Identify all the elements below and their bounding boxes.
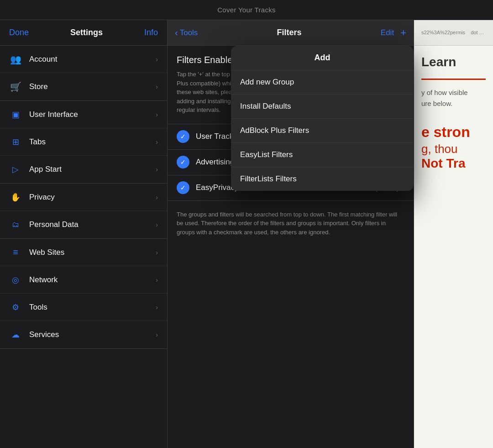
filters-title: Filters (277, 28, 302, 37)
network-chevron: › (156, 276, 158, 284)
store-icon (9, 80, 22, 93)
filter-check-user-tracking: ✓ (177, 130, 189, 143)
account-chevron: › (156, 56, 158, 63)
sidebar-item-network[interactable]: Network › (0, 266, 167, 294)
sidebar-section-3: Privacy › Personal Data › (0, 184, 167, 239)
learn-body-span-1: y of how visible (421, 89, 468, 96)
sidebar-item-tools[interactable]: Tools › (0, 294, 167, 321)
filters-actions: Edit + (381, 27, 406, 39)
sidebar-section-4: Web Sites › Network › Tools › Services › (0, 239, 167, 349)
services-label: Services (29, 330, 156, 339)
learn-heading: Learn (421, 55, 486, 69)
dropdown-header: Add (231, 46, 414, 70)
personaldata-label: Personal Data (29, 220, 156, 229)
learn-panel-body: Learn y of how visible ure below. e stro… (414, 46, 493, 180)
dropdown-item-install-defaults[interactable]: Install Defaults (231, 95, 414, 119)
sidebar-item-privacy[interactable]: Privacy › (0, 184, 167, 211)
privacy-chevron: › (156, 194, 158, 201)
learn-panel: s22%3A%22permis dot Ba oo ⟳ Learn y of h… (414, 20, 493, 448)
info-button[interactable]: Info (144, 28, 158, 37)
learn-highlight-2: g, thou (421, 142, 486, 156)
learn-panel-url: s22%3A%22permis dot Ba oo ⟳ (421, 30, 486, 36)
tools-chevron: › (156, 304, 158, 311)
learn-body-span-2: ure below. (421, 100, 452, 107)
learn-highlight-3: Not Tra (421, 156, 486, 171)
filters-plus-button[interactable]: + (400, 27, 406, 39)
filters-header: ‹ Tools Filters Edit + (168, 20, 414, 46)
store-chevron: › (156, 83, 158, 90)
filter-check-advertising: ✓ (177, 156, 189, 169)
sidebar-item-store[interactable]: Store › (0, 73, 167, 100)
websites-label: Web Sites (29, 248, 156, 257)
account-label: Account (29, 55, 156, 64)
network-icon (9, 274, 22, 286)
appstart-chevron: › (156, 166, 158, 173)
services-icon (9, 328, 22, 341)
websites-icon (9, 246, 22, 259)
top-bar-title: Cover Your Tracks (217, 6, 276, 14)
sidebar-item-account[interactable]: Account › (0, 46, 167, 73)
settings-title: Settings (70, 28, 103, 37)
sidebar-section-2: User Interface › Tabs › App Start › (0, 101, 167, 184)
learn-body-text-1: y of how visible ure below. (421, 87, 486, 109)
learn-panel-header: s22%3A%22permis dot Ba oo ⟳ (414, 20, 493, 46)
account-icon (9, 53, 22, 66)
filters-footer-text: The groups and filters will be searched … (168, 200, 414, 246)
appstart-icon (9, 163, 22, 176)
top-bar: Cover Your Tracks (0, 0, 493, 20)
websites-chevron: › (156, 249, 158, 256)
privacy-icon (9, 191, 22, 204)
services-chevron: › (156, 331, 158, 338)
personaldata-chevron: › (156, 221, 158, 228)
sidebar-item-web-sites[interactable]: Web Sites › (0, 239, 167, 266)
tabs-icon (9, 136, 22, 148)
network-label: Network (29, 275, 156, 285)
back-chevron-icon: ‹ (175, 27, 178, 38)
personaldata-icon (9, 218, 22, 231)
learn-highlights: e stron g, thou Not Tra (421, 123, 486, 171)
dropdown-title: Add (315, 53, 330, 62)
ui-label: User Interface (29, 110, 156, 119)
sidebar-item-personal-data[interactable]: Personal Data › (0, 211, 167, 238)
tabs-label: Tabs (29, 137, 156, 147)
sidebar-item-services[interactable]: Services › (0, 321, 167, 348)
learn-red-line (421, 79, 486, 80)
learn-highlight-1: e stron (421, 123, 486, 142)
filters-back-label: Tools (180, 28, 198, 37)
sidebar-header: Done Settings Info (0, 20, 167, 46)
sidebar-item-user-interface[interactable]: User Interface › (0, 101, 167, 128)
tools-icon (9, 301, 22, 314)
sidebar-item-app-start[interactable]: App Start › (0, 156, 167, 183)
filters-back-button[interactable]: ‹ Tools (175, 27, 198, 38)
filter-check-easyprivacy: ✓ (177, 181, 189, 194)
sidebar-section-1: Account › Store › (0, 46, 167, 101)
dropdown-item-add-group[interactable]: Add new Group (231, 70, 414, 95)
sidebar: Done Settings Info Account › Store › Use… (0, 20, 168, 448)
ui-chevron: › (156, 111, 158, 118)
sidebar-item-tabs[interactable]: Tabs › (0, 128, 167, 156)
dropdown-item-easylist[interactable]: EasyList Filters (231, 143, 414, 167)
filters-edit-button[interactable]: Edit (381, 28, 394, 37)
tools-label: Tools (29, 303, 156, 312)
ui-icon (9, 108, 22, 121)
main-layout: Done Settings Info Account › Store › Use… (0, 20, 493, 448)
dropdown-item-adblock-plus[interactable]: AdBlock Plus Filters (231, 119, 414, 143)
dropdown-item-filterlists[interactable]: FilterLists Filters (231, 167, 414, 191)
appstart-label: App Start (29, 165, 156, 174)
privacy-label: Privacy (29, 193, 156, 202)
tabs-chevron: › (156, 138, 158, 146)
done-button[interactable]: Done (9, 28, 29, 37)
add-dropdown: Add Add new Group Install Defaults AdBlo… (231, 46, 414, 191)
filters-panel: ‹ Tools Filters Edit + Filters Enabled T… (168, 20, 414, 448)
store-label: Store (29, 82, 156, 91)
